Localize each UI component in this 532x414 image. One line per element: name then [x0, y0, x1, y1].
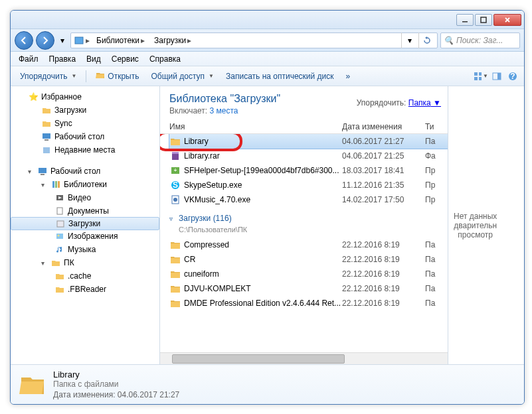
refresh-button[interactable]: [418, 33, 434, 48]
breadcrumb-libraries[interactable]: Библиотеки▸: [94, 34, 150, 47]
tree-documents[interactable]: Документы: [11, 204, 159, 218]
open-button[interactable]: Открыть: [90, 68, 144, 84]
file-row[interactable]: Compressed22.12.2016 8:19Па: [169, 238, 448, 252]
nav-back-button[interactable]: [15, 31, 33, 50]
file-date: 22.12.2016 8:19: [342, 255, 425, 264]
column-type[interactable]: Ти: [425, 122, 438, 131]
nav-forward-button[interactable]: [36, 31, 54, 50]
music-icon: [54, 244, 65, 255]
file-row[interactable]: Library.rar04.06.2017 21:25Фа: [169, 149, 448, 163]
address-dropdown-button[interactable]: ▾: [401, 33, 417, 48]
tree-fbreader[interactable]: .FBReader: [11, 283, 159, 296]
arrange-by-dropdown[interactable]: Папка ▼: [408, 98, 441, 107]
explorer-window: ▾ ▸ Библиотеки▸ Загрузки▸ ▾ 🔍 Поиск: Заг…: [10, 10, 525, 405]
group-header[interactable]: ▿Загрузки (116): [169, 211, 448, 226]
arrange-by: Упорядочить: Папка ▼: [357, 98, 441, 107]
tree-desktop[interactable]: Рабочий стол: [11, 130, 159, 143]
nav-history-dropdown[interactable]: ▾: [57, 34, 68, 47]
svg-rect-12: [44, 139, 48, 141]
svg-point-30: [173, 198, 177, 202]
library-locations-link[interactable]: 3 места: [210, 106, 238, 115]
body-split: ⭐Избранное Загрузки Sync Рабочий стол Не…: [11, 86, 524, 364]
file-row[interactable]: DMDE Professional Edition v2.4.6.444 Ret…: [169, 296, 448, 310]
tree-recent[interactable]: Недавние места: [11, 143, 159, 157]
svg-rect-0: [462, 21, 468, 23]
burn-button[interactable]: Записать на оптический диск: [221, 70, 339, 83]
file-row[interactable]: CR22.12.2016 8:19Па: [169, 252, 448, 267]
file-date: 22.12.2016 8:19: [342, 269, 425, 279]
tree-favorites-downloads[interactable]: Загрузки: [11, 104, 159, 117]
file-row[interactable]: SFHelper-Setup-[199ea000d4bf7db6#300...1…: [169, 163, 448, 178]
file-type: Пр: [425, 180, 435, 190]
library-header: Библиотека "Загрузки" Включает: 3 места …: [160, 86, 448, 119]
tree-cache[interactable]: .cache: [11, 269, 159, 283]
horizontal-scrollbar[interactable]: [160, 352, 448, 364]
svg-rect-25: [172, 152, 179, 154]
svg-rect-2: [75, 37, 83, 44]
tree-desktop-root[interactable]: ▾Рабочий стол: [11, 165, 159, 178]
tree-pc[interactable]: ▾ПК: [11, 256, 159, 269]
menubar: Файл Правка Вид Сервис Справка: [11, 52, 524, 66]
file-type: Па: [425, 284, 435, 293]
menu-tools[interactable]: Сервис: [106, 53, 144, 65]
breadcrumb-downloads[interactable]: Загрузки▸: [151, 34, 197, 47]
file-type: Па: [425, 255, 435, 264]
tree-pictures[interactable]: Изображения: [11, 230, 159, 243]
libraries-icon: [50, 179, 61, 190]
tree-downloads-lib[interactable]: Загрузки: [11, 217, 159, 230]
user-icon: [50, 257, 61, 268]
file-content: Библиотека "Загрузки" Включает: 3 места …: [160, 86, 448, 364]
search-input[interactable]: 🔍 Поиск: Заг...: [440, 33, 520, 48]
svg-rect-8: [497, 73, 501, 80]
file-row[interactable]: cuneiform22.12.2016 8:19Па: [169, 267, 448, 281]
folder-open-icon: [96, 70, 105, 82]
menu-help[interactable]: Справка: [144, 53, 186, 65]
file-list[interactable]: Library04.06.2017 21:27ПаLibrary.rar04.0…: [160, 134, 448, 352]
download-icon: [55, 218, 66, 229]
folder-icon: [54, 284, 65, 295]
menu-view[interactable]: Вид: [81, 53, 106, 65]
maximize-button[interactable]: [475, 14, 492, 26]
file-row[interactable]: DJVU-KOMPLEKT22.12.2016 8:19Па: [169, 281, 448, 296]
svg-rect-11: [43, 133, 50, 139]
file-row[interactable]: Library04.06.2017 21:27Па: [169, 134, 448, 149]
column-headers[interactable]: Имя Дата изменения Ти: [160, 119, 448, 134]
tree-music[interactable]: Музыка: [11, 243, 159, 256]
svg-point-23: [58, 235, 60, 237]
help-button[interactable]: ?: [505, 69, 520, 84]
tree-videos[interactable]: Видео: [11, 191, 159, 204]
file-row[interactable]: SSkypeSetup.exe11.12.2016 21:35Пр: [169, 178, 448, 192]
svg-rect-20: [57, 208, 62, 214]
column-date[interactable]: Дата изменения: [342, 122, 425, 131]
organize-button[interactable]: Упорядочить▼: [15, 70, 82, 83]
menu-edit[interactable]: Правка: [44, 53, 82, 65]
details-folder-icon: [19, 371, 46, 399]
close-button[interactable]: [493, 14, 521, 26]
tree-favorites[interactable]: ⭐Избранное: [11, 90, 159, 104]
file-date: 22.12.2016 8:19: [342, 299, 425, 308]
minimize-button[interactable]: [456, 14, 474, 26]
file-date: 22.12.2016 8:19: [342, 284, 425, 293]
address-bar[interactable]: ▸ Библиотеки▸ Загрузки▸ ▾: [70, 33, 438, 48]
file-date: 04.06.2017 21:25: [342, 151, 425, 161]
svg-rect-1: [481, 17, 486, 23]
navigation-tree[interactable]: ⭐Избранное Загрузки Sync Рабочий стол Не…: [11, 86, 160, 364]
tree-sync[interactable]: Sync: [11, 117, 159, 130]
file-name: SFHelper-Setup-[199ea000d4bf7db6#300...: [184, 166, 342, 175]
document-icon: [54, 206, 65, 216]
view-options-button[interactable]: ▼: [474, 69, 488, 84]
svg-rect-5: [474, 77, 478, 80]
share-button[interactable]: Общий доступ▼: [145, 70, 219, 83]
folder-icon: [169, 135, 181, 147]
file-type: Па: [425, 269, 435, 279]
file-date: 11.12.2016 21:35: [342, 180, 425, 190]
tree-libraries[interactable]: ▾Библиотеки: [11, 178, 159, 191]
preview-pane-button[interactable]: [489, 69, 504, 84]
column-name[interactable]: Имя: [169, 122, 342, 131]
menu-file[interactable]: Файл: [13, 53, 44, 65]
library-includes: Включает: 3 места: [169, 106, 438, 115]
file-type: Пр: [425, 195, 435, 204]
svg-rect-4: [479, 72, 482, 76]
file-row[interactable]: VKMusic_4.70.exe14.02.2017 17:50Пр: [169, 192, 448, 207]
toolbar-overflow[interactable]: »: [341, 70, 356, 83]
